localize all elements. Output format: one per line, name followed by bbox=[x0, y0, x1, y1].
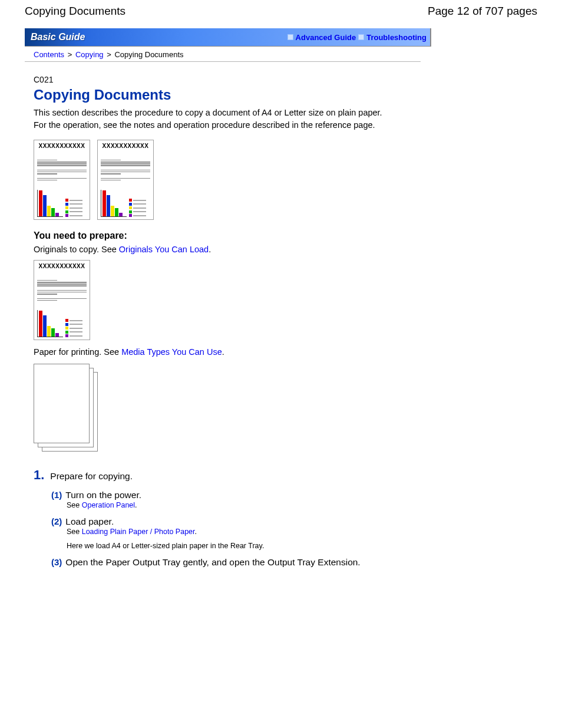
thumb-legend bbox=[129, 199, 146, 217]
breadcrumb-contents[interactable]: Contents bbox=[34, 50, 64, 59]
dot: . bbox=[209, 245, 211, 254]
thumb-title: XXXXXXXXXXX bbox=[37, 263, 87, 269]
document-thumbnails: XXXXXXXXXXX bbox=[34, 140, 537, 220]
thumb-bars bbox=[37, 310, 63, 337]
page-indicator: Page 12 of 707 pages bbox=[428, 5, 537, 18]
substep-see: See Operation Panel. bbox=[67, 501, 537, 509]
substep-number: (2) bbox=[51, 516, 62, 526]
paper-line: Paper for printing. See Media Types You … bbox=[34, 347, 537, 357]
guide-banner: Basic Guide Advanced Guide Troubleshooti… bbox=[25, 28, 431, 47]
substep-note: Here we load A4 or Letter-sized plain pa… bbox=[67, 542, 537, 550]
paper-sheet-icon bbox=[34, 364, 90, 443]
document-thumb: XXXXXXXXXXX bbox=[97, 140, 154, 220]
thumb-title: XXXXXXXXXXX bbox=[37, 143, 87, 149]
originals-link[interactable]: Originals You Can Load bbox=[119, 245, 209, 254]
step-1: 1. Prepare for copying. bbox=[34, 467, 537, 483]
dot: . bbox=[195, 528, 197, 536]
dot: . bbox=[222, 347, 224, 357]
step-text: Prepare for copying. bbox=[50, 471, 133, 482]
thumb-chart bbox=[37, 310, 87, 337]
page-header: Copying Documents Page 12 of 707 pages bbox=[25, 5, 537, 18]
operation-panel-link[interactable]: Operation Panel bbox=[82, 501, 135, 509]
topic-code: C021 bbox=[34, 75, 537, 84]
see-prefix: See bbox=[67, 528, 82, 536]
square-icon bbox=[287, 34, 293, 40]
substep-see: See Loading Plain Paper / Photo Paper. bbox=[67, 528, 537, 536]
main-heading: Copying Documents bbox=[34, 87, 537, 103]
substep-1: (1) Turn on the power. See Operation Pan… bbox=[51, 490, 537, 509]
breadcrumb: Contents > Copying > Copying Documents bbox=[25, 48, 421, 62]
troubleshooting-link[interactable]: Troubleshooting bbox=[366, 33, 427, 42]
substep-number: (1) bbox=[51, 490, 62, 500]
banner-links: Advanced Guide Troubleshooting bbox=[287, 33, 427, 42]
media-types-link[interactable]: Media Types You Can Use bbox=[121, 347, 222, 357]
thumb-legend bbox=[65, 199, 82, 217]
thumb-legend bbox=[65, 319, 82, 337]
thumb-bars bbox=[101, 190, 127, 217]
substep-2: (2) Load paper. See Loading Plain Paper … bbox=[51, 516, 537, 550]
document-thumb: XXXXXXXXXXX bbox=[34, 140, 90, 220]
breadcrumb-separator: > bbox=[68, 50, 72, 59]
thumb-chart bbox=[37, 190, 87, 217]
breadcrumb-current: Copying Documents bbox=[114, 50, 183, 59]
square-icon bbox=[358, 34, 364, 40]
paper-prefix: Paper for printing. See bbox=[34, 347, 121, 357]
thumb-text-lines bbox=[37, 280, 87, 301]
substep-3: (3) Open the Paper Output Tray gently, a… bbox=[51, 557, 537, 568]
originals-prefix: Originals to copy. See bbox=[34, 245, 119, 254]
advanced-guide-link[interactable]: Advanced Guide bbox=[296, 33, 356, 42]
thumb-text-lines bbox=[37, 160, 87, 180]
thumb-text-lines bbox=[101, 160, 150, 180]
step-number: 1. bbox=[34, 467, 44, 483]
dot: . bbox=[135, 501, 137, 509]
originals-line: Originals to copy. See Originals You Can… bbox=[34, 245, 537, 254]
thumb-chart bbox=[101, 190, 150, 217]
substep-number: (3) bbox=[51, 557, 62, 567]
loading-paper-link[interactable]: Loading Plain Paper / Photo Paper bbox=[82, 528, 195, 536]
breadcrumb-copying[interactable]: Copying bbox=[75, 50, 104, 59]
document-thumb-single: XXXXXXXXXXX bbox=[34, 260, 90, 340]
page-title: Copying Documents bbox=[25, 5, 125, 18]
see-prefix: See bbox=[67, 501, 82, 509]
substep-text: Open the Paper Output Tray gently, and o… bbox=[65, 557, 360, 568]
intro-line1: This section describes the procedure to … bbox=[34, 108, 382, 117]
substep-text: Load paper. bbox=[65, 516, 114, 527]
substep-text: Turn on the power. bbox=[65, 490, 141, 500]
basic-guide-label: Basic Guide bbox=[31, 32, 85, 42]
intro-line2: For the operation, see the notes and ope… bbox=[34, 120, 375, 130]
prepare-heading: You need to prepare: bbox=[34, 230, 537, 241]
breadcrumb-separator: > bbox=[107, 50, 111, 59]
steps-section: 1. Prepare for copying. (1) Turn on the … bbox=[34, 467, 537, 568]
thumb-bars bbox=[37, 190, 63, 217]
paper-stack-icon bbox=[34, 364, 98, 452]
thumb-title: XXXXXXXXXXX bbox=[101, 143, 150, 149]
intro-paragraph: This section describes the procedure to … bbox=[34, 107, 537, 131]
